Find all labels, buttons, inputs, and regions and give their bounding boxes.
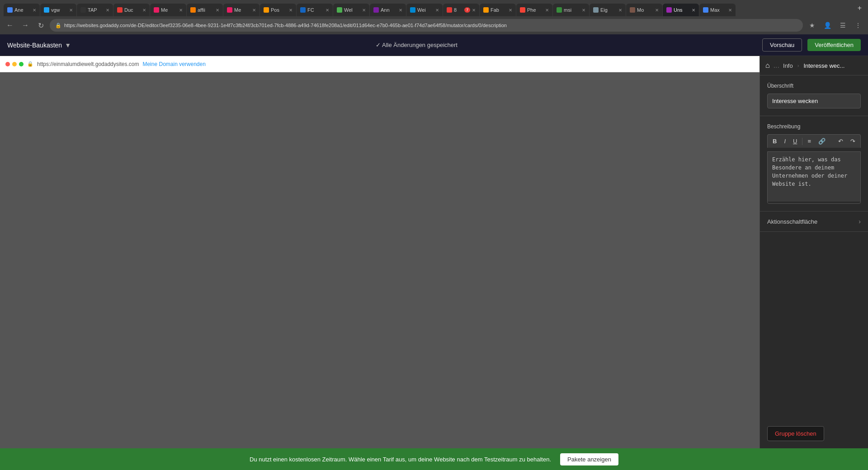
publish-button[interactable]: Veröffentlichen	[807, 39, 861, 51]
panel-nav-info[interactable]: Info	[783, 62, 793, 69]
browser-tab-tab-mo[interactable]: Mo ✕	[626, 4, 662, 16]
favicon-tab-pos	[264, 7, 269, 13]
tab-close-tab-num[interactable]: ✕	[472, 8, 476, 13]
profile-button[interactable]: 👤	[821, 19, 834, 32]
bookmark-button[interactable]: ★	[806, 19, 818, 32]
browser-tab-tab-me2[interactable]: Me ✕	[223, 4, 259, 16]
tab-close-tab-me1[interactable]: ✕	[179, 8, 183, 13]
panel-nav-breadcrumb[interactable]: Interesse wec...	[803, 62, 844, 69]
aktionsschaltflache-row[interactable]: Aktionsschaltfläche ›	[760, 212, 868, 232]
back-button[interactable]: ←	[4, 19, 16, 32]
tab-label-tab-ane: Ane	[14, 7, 31, 13]
favicon-tab-me2	[227, 7, 232, 13]
browser-tab-tab-pos[interactable]: Pos ✕	[260, 4, 296, 16]
tab-label-tab-fab: Fab	[491, 7, 507, 13]
tab-close-tab-ann[interactable]: ✕	[399, 8, 402, 13]
tab-label-tab-msi: msi	[564, 7, 580, 13]
tab-close-tab-max[interactable]: ✕	[728, 8, 732, 13]
tab-close-tab-fab[interactable]: ✕	[509, 8, 512, 13]
beschreibung-section: Beschreibung B I U ≡ 🔗 ↶ ↷ Erzähle hier,…	[760, 116, 868, 212]
url-bar[interactable]: 🔒 https://websites.godaddy.com/de-DE/edi…	[50, 19, 803, 32]
desc-redo-button[interactable]: ↷	[847, 136, 859, 146]
beschreibung-textarea[interactable]: Erzähle hier, was das Besondere an deine…	[768, 152, 860, 202]
tab-close-tab-fc[interactable]: ✕	[326, 8, 329, 13]
uberschrift-input[interactable]	[767, 94, 861, 108]
browser-tab-tab-ann[interactable]: Ann ✕	[370, 4, 406, 16]
tab-close-tab-phe[interactable]: ✕	[545, 8, 549, 13]
tab-close-tab-me2[interactable]: ✕	[252, 8, 256, 13]
menu-button[interactable]: ⋮	[852, 19, 864, 32]
browser-tab-tab-tap[interactable]: TAP ✕	[77, 4, 113, 16]
delete-group-button[interactable]: Gruppe löschen	[767, 426, 824, 441]
favicon-tab-fab	[483, 7, 489, 13]
desc-undo-button[interactable]: ↶	[835, 136, 846, 146]
preview-url-bar: 🔒 https://einmalumdiewelt.godaddysites.c…	[0, 56, 760, 72]
tab-close-tab-msi[interactable]: ✕	[582, 8, 585, 13]
browser-tab-tab-wei1[interactable]: Wei ✕	[406, 4, 443, 16]
tab-close-tab-eig[interactable]: ✕	[618, 8, 622, 13]
tab-close-tab-uns[interactable]: ✕	[692, 8, 695, 13]
desc-toolbar-sep1	[802, 138, 802, 145]
forward-button[interactable]: →	[19, 19, 32, 32]
browser-tab-tab-phe[interactable]: Phe ✕	[516, 4, 552, 16]
tab-label-tab-me1: Me	[161, 7, 177, 13]
tab-close-tab-pos[interactable]: ✕	[289, 8, 292, 13]
tab-label-tab-fc: FC	[307, 7, 324, 13]
browser-tab-tab-ane[interactable]: Ane ✕	[4, 4, 40, 16]
browser-tab-tab-fab[interactable]: Fab ✕	[480, 4, 516, 16]
desc-link-button[interactable]: 🔗	[815, 136, 829, 146]
tab-close-tab-ane[interactable]: ✕	[33, 8, 36, 13]
nav-bar: ← → ↻ 🔒 https://websites.godaddy.com/de-…	[0, 16, 868, 34]
domain-link[interactable]: Meine Domain verwenden	[142, 61, 205, 67]
tab-close-tab-aff[interactable]: ✕	[216, 8, 219, 13]
favicon-tab-fc	[300, 7, 306, 13]
tab-label-tab-vgw: vgw	[51, 7, 67, 13]
desc-bold-button[interactable]: B	[769, 136, 780, 146]
tab-close-tab-wei1[interactable]: ✕	[435, 8, 439, 13]
favicon-tab-num	[447, 7, 452, 13]
window-controls	[5, 62, 24, 66]
right-panel: ⌂ ... Info › Interesse wec... Überschrif…	[760, 56, 868, 448]
browser-tab-tab-num[interactable]: 8 7 ✕	[443, 4, 479, 16]
browser-tabs-bar: Ane ✕ vgw ✕ TAP ✕ Duc ✕ Me ✕ affii	[0, 0, 868, 16]
browser-tab-tab-aff[interactable]: affii ✕	[187, 4, 223, 16]
favicon-tab-tap	[80, 7, 86, 13]
browser-tab-tab-eig[interactable]: Eig ✕	[590, 4, 626, 16]
tab-label-tab-mo: Mo	[637, 7, 653, 13]
reload-button[interactable]: ↻	[34, 19, 47, 32]
browser-tab-tab-fc[interactable]: FC ✕	[297, 4, 333, 16]
favicon-tab-ann	[373, 7, 379, 13]
browser-tab-tab-msi[interactable]: msi ✕	[553, 4, 589, 16]
save-status: ✓ Alle Änderungen gespeichert	[376, 42, 458, 48]
desc-underline-button[interactable]: U	[790, 136, 800, 146]
beschreibung-label: Beschreibung	[767, 123, 861, 130]
browser-tab-tab-max[interactable]: Max ✕	[699, 4, 736, 16]
tab-label-tab-wel1: Wel	[344, 7, 360, 13]
favicon-tab-wei1	[410, 7, 415, 13]
browser-tab-tab-wel1[interactable]: Wel ✕	[333, 4, 369, 16]
desc-italic-button[interactable]: I	[781, 136, 789, 146]
tab-label-tab-max: Max	[710, 7, 726, 13]
tab-close-tab-vgw[interactable]: ✕	[69, 8, 73, 13]
browser-tab-tab-uns[interactable]: Uns ✕	[663, 4, 699, 16]
tab-close-tab-duc[interactable]: ✕	[142, 8, 146, 13]
panel-home-icon[interactable]: ⌂	[765, 61, 770, 70]
tab-label-tab-pos: Pos	[271, 7, 287, 13]
maximize-dot	[19, 62, 24, 66]
tab-close-tab-tap[interactable]: ✕	[106, 8, 109, 13]
tab-close-tab-mo[interactable]: ✕	[655, 8, 659, 13]
desc-align-button[interactable]: ≡	[804, 136, 814, 146]
favicon-tab-eig	[593, 7, 599, 13]
packages-button[interactable]: Pakete anzeigen	[560, 453, 618, 465]
preview-button[interactable]: Vorschau	[762, 38, 802, 52]
browser-tab-tab-me1[interactable]: Me ✕	[150, 4, 186, 16]
browser-tab-tab-vgw[interactable]: vgw ✕	[40, 4, 76, 16]
lock-icon: 🔒	[55, 23, 61, 28]
tab-list: Ane ✕ vgw ✕ TAP ✕ Duc ✕ Me ✕ affii	[4, 0, 851, 16]
new-tab-button[interactable]: +	[855, 4, 864, 12]
panel-nav-sep2: ›	[797, 63, 799, 68]
extensions-button[interactable]: ☰	[836, 19, 849, 32]
browser-tab-tab-duc[interactable]: Duc ✕	[113, 4, 150, 16]
tab-label-tab-num: 8	[454, 7, 462, 13]
tab-close-tab-wel1[interactable]: ✕	[362, 8, 366, 13]
